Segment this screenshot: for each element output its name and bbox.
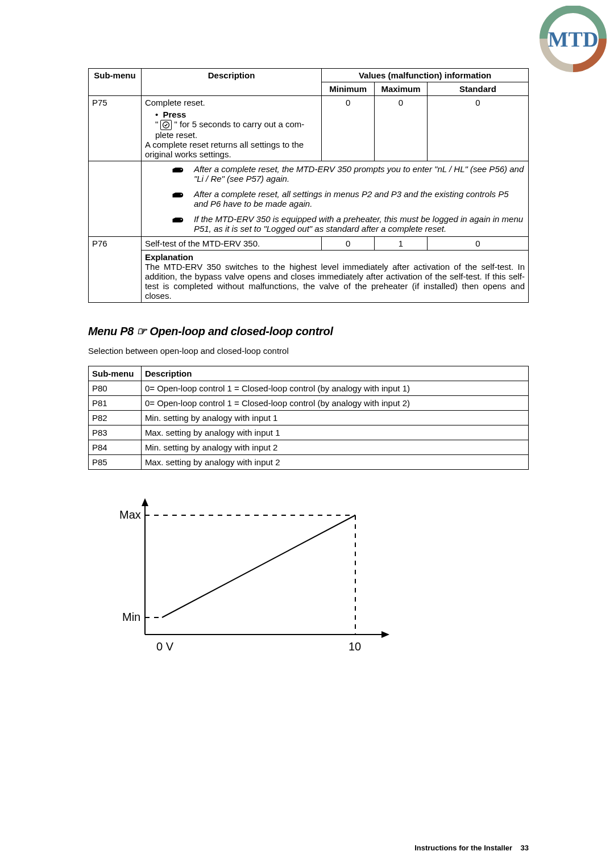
col-description: Description (141, 69, 321, 96)
cell-desc: 0= Open-loop control 1 = Closed-loop con… (141, 396, 528, 411)
cell-submenu: P84 (89, 440, 142, 455)
svg-point-3 (181, 169, 182, 170)
cell-submenu: P82 (89, 411, 142, 425)
col-description: Description (141, 366, 528, 381)
note-text: After a complete reset, the MTD-ERV 350 … (194, 164, 525, 183)
cell-submenu: P76 (89, 237, 142, 251)
cell-submenu: P83 (89, 425, 142, 440)
table-row: P800= Open-loop control 1 = Closed-loop … (89, 381, 529, 396)
table-row: P810= Open-loop control 1 = Closed-loop … (89, 396, 529, 411)
parameter-table-p8x: Sub-menu Description P800= Open-loop con… (88, 366, 529, 470)
quote-open: " (155, 119, 158, 129)
table-row: P75 Complete reset. • Press " " for 5 se… (89, 96, 529, 161)
svg-line-13 (162, 515, 355, 617)
cell-std: 0 (427, 237, 528, 251)
cell-desc: Max. setting by analogy with input 2 (141, 455, 528, 470)
section-intro: Selection between open-loop and closed-l… (88, 346, 529, 356)
press-tail: " for 5 seconds to carry out a com- (175, 119, 305, 129)
col-min: Minimum (322, 82, 375, 96)
analog-response-chart: Max Min 0 V 10 (99, 487, 529, 657)
cell-max: 0 (375, 96, 428, 161)
footer-page: 33 (521, 844, 529, 852)
note-row: If the MTD-ERV 350 is equipped with a pr… (89, 211, 529, 237)
pointing-hand-icon (168, 164, 187, 178)
note-row: After a complete reset, all settings in … (89, 186, 529, 211)
col-submenu: Sub-menu (89, 69, 142, 96)
brand-logo: MTD (529, 6, 614, 76)
cell-submenu: P75 (89, 96, 142, 161)
svg-text:MTD: MTD (548, 27, 599, 51)
cell-desc: Max. setting by analogy with input 1 (141, 425, 528, 440)
cell-submenu: P85 (89, 455, 142, 470)
y-tick-min: Min (122, 611, 140, 623)
cell-explanation: Explanation The MTD-ERV 350 switches to … (141, 251, 528, 303)
note-row: After a complete reset, the MTD-ERV 350 … (89, 161, 529, 187)
section-heading: Menu P8 ☞ Open-loop and closed-loop cont… (88, 324, 529, 338)
svg-marker-8 (142, 498, 148, 506)
table-row: Explanation The MTD-ERV 350 switches to … (89, 251, 529, 303)
table-row: P82Min. setting by analogy with input 1 (89, 411, 529, 425)
table-row: P85Max. setting by analogy with input 2 (89, 455, 529, 470)
cell-desc: Min. setting by analogy with input 2 (141, 440, 528, 455)
footer-text: Instructions for the Installer (414, 844, 512, 852)
svg-point-5 (181, 219, 182, 220)
table-row: P83Max. setting by analogy with input 1 (89, 425, 529, 440)
parameter-table-p7x: Sub-menu Description Values (malfunction… (88, 68, 529, 303)
note-text: If the MTD-ERV 350 is equipped with a pr… (194, 214, 525, 233)
explanation-text: The MTD-ERV 350 switches to the highest … (145, 262, 525, 301)
pointing-hand-icon (168, 189, 187, 203)
y-tick-max: Max (119, 508, 141, 521)
cell-max: 1 (375, 237, 428, 251)
press-label: Press (163, 110, 186, 119)
cell-desc: 0= Open-loop control 1 = Closed-loop con… (141, 381, 528, 396)
col-submenu: Sub-menu (89, 366, 142, 381)
bullet-dot: • (155, 110, 160, 119)
table-head-row: Sub-menu Description (89, 366, 529, 381)
desc-line: A complete reset returns all settings to… (145, 140, 318, 159)
x-tick-0v: 0 V (156, 640, 174, 653)
x-tick-10: 10 (349, 640, 361, 653)
cell-description: Complete reset. • Press " " for 5 second… (141, 96, 321, 161)
svg-point-4 (181, 194, 182, 195)
cell-desc: Min. setting by analogy with input 1 (141, 411, 528, 425)
col-values-span: Values (malfunction) information (322, 69, 529, 82)
desc-line: Complete reset. (145, 98, 318, 107)
cell-submenu: P81 (89, 396, 142, 411)
table-row: P76 Self-test of the MTD-ERV 350. 0 1 0 (89, 237, 529, 251)
note-text: After a complete reset, all settings in … (194, 189, 525, 208)
pointing-hand-icon (168, 214, 187, 228)
table-row: P84Min. setting by analogy with input 2 (89, 440, 529, 455)
explanation-label: Explanation (145, 252, 525, 262)
col-std: Standard (427, 82, 528, 96)
col-max: Maximum (375, 82, 428, 96)
desc-line: plete reset. (155, 130, 318, 140)
ok-icon (160, 120, 172, 130)
table-head-row: Sub-menu Description Values (malfunction… (89, 69, 529, 82)
cell-std: 0 (427, 96, 528, 161)
page-footer: Instructions for the Installer 33 (414, 844, 529, 852)
cell-min: 0 (322, 96, 375, 161)
cell-description: Self-test of the MTD-ERV 350. (141, 237, 321, 251)
svg-marker-9 (381, 631, 389, 638)
cell-submenu: P80 (89, 381, 142, 396)
cell-min: 0 (322, 237, 375, 251)
